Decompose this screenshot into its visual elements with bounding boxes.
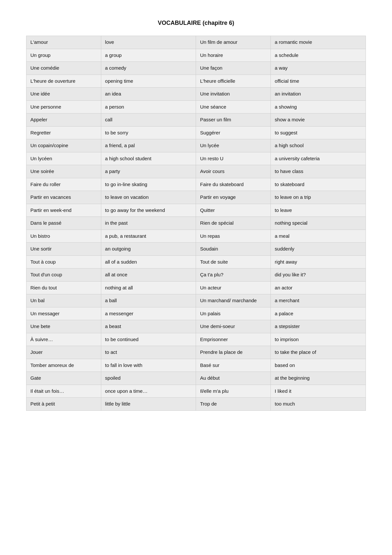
table-cell: Une personne (26, 100, 101, 113)
table-cell: Tout de suite (196, 255, 271, 269)
table-cell: Un marchand/ marchande (196, 294, 271, 307)
table-cell: I liked it (271, 385, 366, 398)
table-row: Une betea beastUne demi-soeura stepsiste… (26, 320, 366, 333)
table-row: GatespoiledAu débutat the beginning (26, 372, 366, 385)
table-cell: a person (101, 100, 196, 113)
table-cell: Avoir cours (196, 165, 271, 178)
table-cell: Appeler (26, 113, 101, 127)
table-cell: a meal (271, 230, 366, 243)
table-row: L'heure de ouvertureopening timeL'heure … (26, 75, 366, 88)
table-cell: Une comédie (26, 62, 101, 75)
table-cell: a stepsister (271, 320, 366, 333)
table-cell: a palace (271, 307, 366, 320)
table-cell: Jouer (26, 346, 101, 359)
table-cell: in the past (101, 217, 196, 230)
table-cell: nothing at all (101, 281, 196, 294)
table-cell: Un horaire (196, 49, 271, 62)
table-cell: did you like it? (271, 269, 366, 282)
table-cell: to take the place of (271, 346, 366, 359)
table-cell: Partir en week-end (26, 204, 101, 217)
table-cell: Un messager (26, 307, 101, 320)
table-cell: a merchant (271, 294, 366, 307)
table-cell: L'amour (26, 36, 101, 49)
table-cell: Un group (26, 49, 101, 62)
table-cell: Tomber amoreux de (26, 359, 101, 372)
table-cell: to be continued (101, 333, 196, 346)
table-cell: Un lycéen (26, 152, 101, 165)
table-cell: Un repas (196, 230, 271, 243)
table-cell: to have class (271, 165, 366, 178)
table-row: Une personnea personUne séancea showing (26, 100, 366, 113)
table-row: Un copain/copinea friend, a palUn lycéea… (26, 139, 366, 152)
table-cell: to suggest (271, 126, 366, 139)
page-title: VOCABULAIRE (chapitre 6) (26, 20, 366, 26)
table-row: Un lycéena high school studentUn resto U… (26, 152, 366, 165)
table-cell: Une sortir (26, 243, 101, 256)
table-cell: Petit à petit (26, 398, 101, 411)
table-cell: Une séance (196, 100, 271, 113)
table-cell: a schedule (271, 49, 366, 62)
table-row: Un messagera messengerUn palaisa palace (26, 307, 366, 320)
table-cell: suddenly (271, 243, 366, 256)
table-cell: L'heure de ouverture (26, 75, 101, 88)
table-cell: Une bete (26, 320, 101, 333)
table-row: Partir en vacancesto leave on vacationPa… (26, 191, 366, 204)
table-cell: a comedy (101, 62, 196, 75)
table-cell: Passer un film (196, 113, 271, 127)
table-cell: to leave (271, 204, 366, 217)
table-cell: Il était un fois… (26, 385, 101, 398)
table-row: Rien du toutnothing at allUn acteuran ac… (26, 281, 366, 294)
table-cell: À suivre… (26, 333, 101, 346)
table-cell: Une soirée (26, 165, 101, 178)
table-cell: Gate (26, 372, 101, 385)
table-cell: to fall in love with (101, 359, 196, 372)
table-cell: a ball (101, 294, 196, 307)
table-cell: Prendre la place de (196, 346, 271, 359)
table-cell: a group (101, 49, 196, 62)
table-cell: Un film de amour (196, 36, 271, 49)
table-cell: an idea (101, 88, 196, 101)
table-cell: Ça t'a plu? (196, 269, 271, 282)
table-row: Une sortiran outgoingSoudainsuddenly (26, 243, 366, 256)
table-cell: all at once (101, 269, 196, 282)
table-cell: call (101, 113, 196, 127)
table-row: Une idéean ideaUne invitationan invitati… (26, 88, 366, 101)
table-cell: all of a sudden (101, 255, 196, 269)
table-cell: to leave on a trip (271, 191, 366, 204)
table-cell: Rien du tout (26, 281, 101, 294)
table-row: Jouerto actPrendre la place deto take th… (26, 346, 366, 359)
table-cell: Une invitation (196, 88, 271, 101)
table-cell: a pub, a restaurant (101, 230, 196, 243)
table-cell: Un palais (196, 307, 271, 320)
table-row: Une comédiea comedyUne façona way (26, 62, 366, 75)
table-cell: a friend, a pal (101, 139, 196, 152)
table-cell: to leave on vacation (101, 191, 196, 204)
table-cell: Basé sur (196, 359, 271, 372)
table-row: Faire du rollerto go in-line skatingFair… (26, 178, 366, 191)
table-cell: a high school (271, 139, 366, 152)
table-cell: a high school student (101, 152, 196, 165)
table-cell: to act (101, 346, 196, 359)
table-cell: show a movie (271, 113, 366, 127)
table-cell: Suggérer (196, 126, 271, 139)
table-row: Tout d'un coupall at onceÇa t'a plu?did … (26, 269, 366, 282)
table-row: Une soiréea partyAvoir coursto have clas… (26, 165, 366, 178)
table-cell: a beast (101, 320, 196, 333)
table-cell: a showing (271, 100, 366, 113)
table-cell: Un resto U (196, 152, 271, 165)
table-cell: Faire du skateboard (196, 178, 271, 191)
table-cell: at the beginning (271, 372, 366, 385)
table-row: L'amourloveUn film de amoura romantic mo… (26, 36, 366, 49)
table-cell: Il/elle m'a plu (196, 385, 271, 398)
table-row: Dans le passéin the pastRien de spécialn… (26, 217, 366, 230)
table-cell: to go in-line skating (101, 178, 196, 191)
table-cell: L'heure officielle (196, 75, 271, 88)
table-cell: Soudain (196, 243, 271, 256)
table-cell: to be sorry (101, 126, 196, 139)
table-cell: Au début (196, 372, 271, 385)
table-cell: Un bistro (26, 230, 101, 243)
table-cell: a party (101, 165, 196, 178)
table-cell: a messenger (101, 307, 196, 320)
table-cell: a way (271, 62, 366, 75)
table-row: AppelercallPasser un filmshow a movie (26, 113, 366, 127)
